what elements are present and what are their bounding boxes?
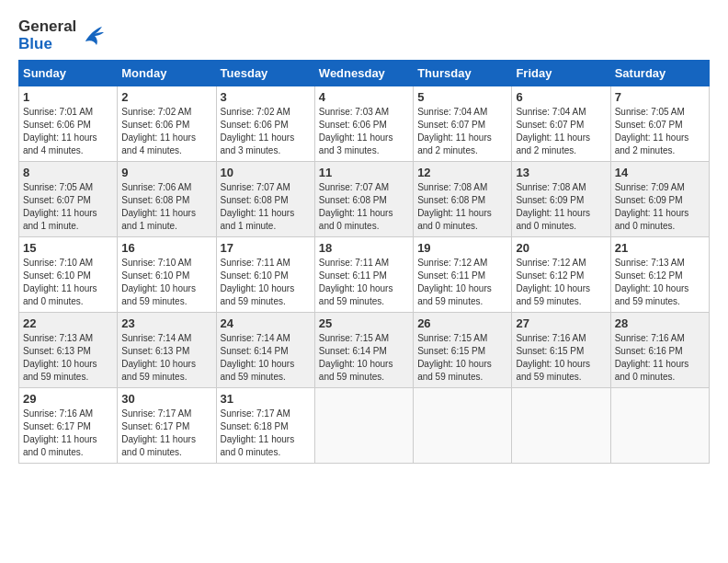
calendar-week-2: 8Sunrise: 7:05 AMSunset: 6:07 PMDaylight… <box>19 162 710 237</box>
day-number: 8 <box>23 166 113 179</box>
day-number: 18 <box>319 241 409 255</box>
calendar-cell: 25Sunrise: 7:15 AMSunset: 6:14 PMDayligh… <box>314 313 413 388</box>
day-info: Sunrise: 7:13 AMSunset: 6:12 PMDaylight:… <box>615 257 705 308</box>
day-number: 25 <box>319 316 409 330</box>
day-number: 5 <box>417 90 507 104</box>
day-info: Sunrise: 7:05 AMSunset: 6:07 PMDaylight:… <box>23 181 113 233</box>
day-info: Sunrise: 7:09 AMSunset: 6:09 PMDaylight:… <box>615 181 705 233</box>
calendar-cell: 4Sunrise: 7:03 AMSunset: 6:06 PMDaylight… <box>314 86 413 162</box>
calendar-cell: 29Sunrise: 7:16 AMSunset: 6:17 PMDayligh… <box>19 388 118 464</box>
day-number: 19 <box>417 241 507 255</box>
day-info: Sunrise: 7:03 AMSunset: 6:06 PMDaylight:… <box>319 106 409 157</box>
calendar-cell: 20Sunrise: 7:12 AMSunset: 6:12 PMDayligh… <box>512 237 610 313</box>
weekday-header-thursday: Thursday <box>414 61 512 86</box>
day-number: 9 <box>121 166 211 179</box>
day-number: 21 <box>615 241 705 255</box>
calendar-cell: 1Sunrise: 7:01 AMSunset: 6:06 PMDaylight… <box>19 86 118 162</box>
day-info: Sunrise: 7:15 AMSunset: 6:14 PMDaylight:… <box>319 332 409 384</box>
day-number: 16 <box>121 241 211 255</box>
calendar-week-1: 1Sunrise: 7:01 AMSunset: 6:06 PMDaylight… <box>19 86 710 162</box>
calendar-cell: 8Sunrise: 7:05 AMSunset: 6:07 PMDaylight… <box>19 162 118 237</box>
day-info: Sunrise: 7:10 AMSunset: 6:10 PMDaylight:… <box>23 257 113 308</box>
day-info: Sunrise: 7:16 AMSunset: 6:15 PMDaylight:… <box>516 332 606 384</box>
calendar-cell: 12Sunrise: 7:08 AMSunset: 6:08 PMDayligh… <box>414 162 512 237</box>
logo-general-text: General <box>18 18 76 36</box>
calendar-cell: 17Sunrise: 7:11 AMSunset: 6:10 PMDayligh… <box>216 237 314 313</box>
calendar-cell: 14Sunrise: 7:09 AMSunset: 6:09 PMDayligh… <box>610 162 709 237</box>
calendar-cell <box>414 388 512 464</box>
day-number: 29 <box>23 392 113 406</box>
calendar-cell: 16Sunrise: 7:10 AMSunset: 6:10 PMDayligh… <box>118 237 216 313</box>
calendar-cell: 24Sunrise: 7:14 AMSunset: 6:14 PMDayligh… <box>216 313 314 388</box>
day-info: Sunrise: 7:08 AMSunset: 6:08 PMDaylight:… <box>417 181 507 233</box>
calendar-cell: 26Sunrise: 7:15 AMSunset: 6:15 PMDayligh… <box>414 313 512 388</box>
day-info: Sunrise: 7:11 AMSunset: 6:11 PMDaylight:… <box>319 257 409 308</box>
calendar-cell: 7Sunrise: 7:05 AMSunset: 6:07 PMDaylight… <box>610 86 709 162</box>
calendar-cell: 6Sunrise: 7:04 AMSunset: 6:07 PMDaylight… <box>512 86 610 162</box>
calendar-cell: 2Sunrise: 7:02 AMSunset: 6:06 PMDaylight… <box>118 86 216 162</box>
calendar-cell: 23Sunrise: 7:14 AMSunset: 6:13 PMDayligh… <box>118 313 216 388</box>
calendar-cell: 15Sunrise: 7:10 AMSunset: 6:10 PMDayligh… <box>19 237 118 313</box>
day-info: Sunrise: 7:07 AMSunset: 6:08 PMDaylight:… <box>319 181 409 233</box>
day-number: 15 <box>23 241 113 255</box>
weekday-header-monday: Monday <box>118 61 216 86</box>
calendar-cell: 30Sunrise: 7:17 AMSunset: 6:17 PMDayligh… <box>118 388 216 464</box>
calendar-cell: 5Sunrise: 7:04 AMSunset: 6:07 PMDaylight… <box>414 86 512 162</box>
day-number: 10 <box>221 166 311 179</box>
day-number: 14 <box>615 166 705 179</box>
day-info: Sunrise: 7:15 AMSunset: 6:15 PMDaylight:… <box>417 332 507 384</box>
day-number: 4 <box>319 90 409 104</box>
calendar-cell: 28Sunrise: 7:16 AMSunset: 6:16 PMDayligh… <box>610 313 709 388</box>
calendar-cell: 22Sunrise: 7:13 AMSunset: 6:13 PMDayligh… <box>19 313 118 388</box>
day-info: Sunrise: 7:16 AMSunset: 6:16 PMDaylight:… <box>615 332 705 384</box>
day-info: Sunrise: 7:11 AMSunset: 6:10 PMDaylight:… <box>221 257 311 308</box>
logo-bird-icon <box>78 23 106 49</box>
calendar-cell: 13Sunrise: 7:08 AMSunset: 6:09 PMDayligh… <box>512 162 610 237</box>
day-number: 20 <box>516 241 606 255</box>
logo-blue-text: Blue <box>18 36 76 53</box>
weekday-header-row: SundayMondayTuesdayWednesdayThursdayFrid… <box>19 61 710 86</box>
day-info: Sunrise: 7:02 AMSunset: 6:06 PMDaylight:… <box>221 106 311 157</box>
day-info: Sunrise: 7:08 AMSunset: 6:09 PMDaylight:… <box>516 181 606 233</box>
day-number: 23 <box>121 316 211 330</box>
weekday-header-wednesday: Wednesday <box>314 61 413 86</box>
calendar-cell: 21Sunrise: 7:13 AMSunset: 6:12 PMDayligh… <box>610 237 709 313</box>
day-info: Sunrise: 7:14 AMSunset: 6:14 PMDaylight:… <box>221 332 311 384</box>
day-info: Sunrise: 7:06 AMSunset: 6:08 PMDaylight:… <box>121 181 211 233</box>
day-number: 2 <box>121 90 211 104</box>
day-info: Sunrise: 7:07 AMSunset: 6:08 PMDaylight:… <box>221 181 311 233</box>
page-header: General Blue <box>18 18 710 52</box>
day-number: 22 <box>23 316 113 330</box>
day-number: 6 <box>516 90 606 104</box>
day-number: 13 <box>516 166 606 179</box>
calendar-cell: 19Sunrise: 7:12 AMSunset: 6:11 PMDayligh… <box>414 237 512 313</box>
day-number: 31 <box>221 392 311 406</box>
weekday-header-tuesday: Tuesday <box>216 61 314 86</box>
calendar-cell: 11Sunrise: 7:07 AMSunset: 6:08 PMDayligh… <box>314 162 413 237</box>
calendar-cell <box>512 388 610 464</box>
day-info: Sunrise: 7:16 AMSunset: 6:17 PMDaylight:… <box>23 408 113 459</box>
day-info: Sunrise: 7:05 AMSunset: 6:07 PMDaylight:… <box>615 106 705 157</box>
day-number: 28 <box>615 316 705 330</box>
calendar-week-4: 22Sunrise: 7:13 AMSunset: 6:13 PMDayligh… <box>19 313 710 388</box>
day-info: Sunrise: 7:17 AMSunset: 6:17 PMDaylight:… <box>121 408 211 459</box>
calendar-cell: 10Sunrise: 7:07 AMSunset: 6:08 PMDayligh… <box>216 162 314 237</box>
calendar-cell: 9Sunrise: 7:06 AMSunset: 6:08 PMDaylight… <box>118 162 216 237</box>
logo: General Blue <box>18 18 106 52</box>
day-info: Sunrise: 7:04 AMSunset: 6:07 PMDaylight:… <box>417 106 507 157</box>
day-number: 11 <box>319 166 409 179</box>
day-number: 7 <box>615 90 705 104</box>
calendar-week-5: 29Sunrise: 7:16 AMSunset: 6:17 PMDayligh… <box>19 388 710 464</box>
calendar-week-3: 15Sunrise: 7:10 AMSunset: 6:10 PMDayligh… <box>19 237 710 313</box>
calendar-cell: 18Sunrise: 7:11 AMSunset: 6:11 PMDayligh… <box>314 237 413 313</box>
day-info: Sunrise: 7:13 AMSunset: 6:13 PMDaylight:… <box>23 332 113 384</box>
day-number: 3 <box>221 90 311 104</box>
day-info: Sunrise: 7:12 AMSunset: 6:12 PMDaylight:… <box>516 257 606 308</box>
weekday-header-sunday: Sunday <box>19 61 118 86</box>
day-info: Sunrise: 7:14 AMSunset: 6:13 PMDaylight:… <box>121 332 211 384</box>
calendar-cell <box>314 388 413 464</box>
day-number: 26 <box>417 316 507 330</box>
calendar-cell: 27Sunrise: 7:16 AMSunset: 6:15 PMDayligh… <box>512 313 610 388</box>
weekday-header-saturday: Saturday <box>610 61 709 86</box>
day-number: 1 <box>23 90 113 104</box>
